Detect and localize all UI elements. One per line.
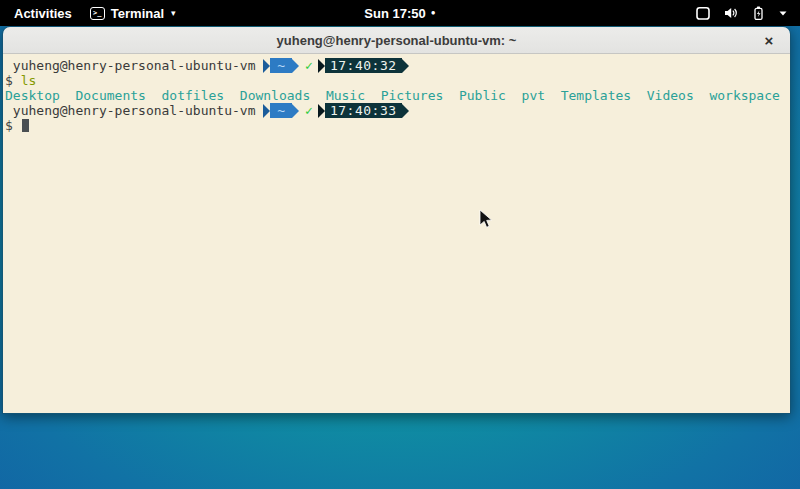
- powerline-arrow-icon: [292, 104, 299, 118]
- app-menu-terminal[interactable]: >_ Terminal ▾: [90, 6, 176, 21]
- powerline-arrow-icon: [292, 59, 299, 73]
- window-title: yuheng@henry-personal-ubuntu-vm: ~: [277, 33, 517, 48]
- battery-charging-icon: [751, 6, 766, 21]
- input-line[interactable]: $: [5, 118, 788, 133]
- top-bar: Activities >_ Terminal ▾ Sun 17:50 ●: [0, 0, 800, 26]
- app-menu-label: Terminal: [111, 6, 164, 21]
- powerline-arrow-icon: [318, 104, 325, 118]
- command-line: $ ls: [5, 73, 788, 88]
- ls-output-line: Desktop Documents dotfiles Downloads Mus…: [5, 88, 788, 103]
- clock-button[interactable]: Sun 17:50 ●: [364, 6, 435, 21]
- time-segment: 17:40:33: [318, 103, 409, 118]
- status-check-icon: ✓: [305, 58, 313, 73]
- notification-dot: ●: [431, 9, 436, 17]
- prompt-user: yuheng@henry-personal-ubuntu-vm: [5, 103, 263, 118]
- prompt-user: yuheng@henry-personal-ubuntu-vm: [5, 58, 263, 73]
- terminal-window: yuheng@henry-personal-ubuntu-vm: ~ × yuh…: [2, 26, 791, 414]
- powerline-arrow-icon: [402, 104, 409, 118]
- command-text: ls: [21, 73, 37, 88]
- terminal-content[interactable]: yuheng@henry-personal-ubuntu-vm ~ ✓ 17:4…: [3, 54, 790, 413]
- text-cursor: [22, 119, 29, 132]
- system-tray[interactable]: [695, 6, 800, 21]
- close-button[interactable]: ×: [758, 27, 780, 53]
- time-label: 17:40:32: [325, 58, 402, 73]
- powerline-arrow-icon: [402, 59, 409, 73]
- powerline-arrow-icon: [318, 59, 325, 73]
- chevron-down-icon: [778, 9, 788, 17]
- window-titlebar[interactable]: yuheng@henry-personal-ubuntu-vm: ~ ×: [3, 27, 790, 54]
- clock-label: Sun 17:50: [364, 6, 425, 21]
- path-segment: ~: [263, 58, 299, 73]
- status-check-icon: ✓: [305, 103, 313, 118]
- prompt-line-2: yuheng@henry-personal-ubuntu-vm ~ ✓ 17:4…: [5, 103, 788, 118]
- chevron-down-icon: ▾: [171, 8, 176, 18]
- powerline-arrow-icon: [263, 59, 270, 73]
- prompt-line-1: yuheng@henry-personal-ubuntu-vm ~ ✓ 17:4…: [5, 58, 788, 73]
- prompt-symbol: $: [5, 118, 21, 133]
- time-segment: 17:40:32: [318, 58, 409, 73]
- powerline-arrow-icon: [263, 104, 270, 118]
- path-label: ~: [270, 58, 292, 73]
- time-label: 17:40:33: [325, 103, 402, 118]
- terminal-icon: >_: [90, 7, 105, 20]
- activities-button[interactable]: Activities: [10, 6, 76, 21]
- path-label: ~: [270, 103, 292, 118]
- path-segment: ~: [263, 103, 299, 118]
- volume-icon: [723, 6, 739, 20]
- prompt-symbol: $: [5, 73, 21, 88]
- display-icon: [695, 6, 711, 21]
